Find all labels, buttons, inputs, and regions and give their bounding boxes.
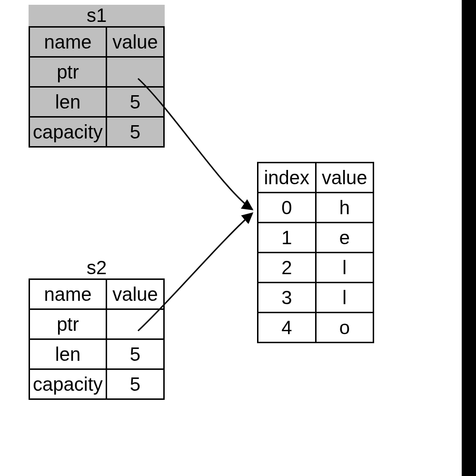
table-row: 4 o — [258, 313, 374, 343]
table-row: ptr — [30, 309, 164, 339]
cell-index: 1 — [258, 223, 316, 253]
table-row: name value — [30, 27, 164, 57]
cell-name: ptr — [30, 309, 107, 339]
cell-value: 5 — [106, 87, 164, 117]
cell-value: l — [316, 253, 374, 283]
cell-value — [106, 309, 164, 339]
cell-value: 5 — [106, 339, 164, 369]
struct-s1-table: name value ptr len 5 capacity 5 — [29, 26, 165, 148]
cell-name: ptr — [30, 57, 107, 87]
table-row: name value — [30, 279, 164, 309]
cell-value: l — [316, 283, 374, 313]
header-index: index — [258, 163, 316, 193]
header-name: name — [30, 27, 107, 57]
table-row: 0 h — [258, 193, 374, 223]
cell-value: 5 — [106, 369, 164, 399]
table-row: 2 l — [258, 253, 374, 283]
table-row: ptr — [30, 57, 164, 87]
header-value: value — [316, 163, 374, 193]
table-row: 1 e — [258, 223, 374, 253]
table-row: len 5 — [30, 87, 164, 117]
header-value: value — [106, 279, 164, 309]
table-row: 3 l — [258, 283, 374, 313]
struct-s2-table: name value ptr len 5 capacity 5 — [29, 278, 165, 400]
struct-s1: s1 name value ptr len 5 capacity 5 — [29, 5, 165, 148]
cell-name: len — [30, 339, 107, 369]
cell-index: 3 — [258, 283, 316, 313]
header-name: name — [30, 279, 107, 309]
cell-value: o — [316, 313, 374, 343]
cell-name: capacity — [30, 117, 107, 147]
cell-index: 0 — [258, 193, 316, 223]
struct-s2-title: s2 — [29, 257, 165, 278]
heap-data: index value 0 h 1 e 2 l 3 l 4 o — [257, 162, 374, 343]
struct-s1-title: s1 — [29, 5, 165, 26]
cell-index: 2 — [258, 253, 316, 283]
right-black-bar — [462, 0, 476, 476]
cell-name: len — [30, 87, 107, 117]
table-row: len 5 — [30, 339, 164, 369]
cell-name: capacity — [30, 369, 107, 399]
table-row: index value — [258, 163, 374, 193]
cell-value: 5 — [106, 117, 164, 147]
cell-value — [106, 57, 164, 87]
struct-s2: s2 name value ptr len 5 capacity 5 — [29, 257, 165, 400]
cell-index: 4 — [258, 313, 316, 343]
heap-table: index value 0 h 1 e 2 l 3 l 4 o — [257, 162, 374, 343]
table-row: capacity 5 — [30, 369, 164, 399]
cell-value: h — [316, 193, 374, 223]
cell-value: e — [316, 223, 374, 253]
table-row: capacity 5 — [30, 117, 164, 147]
header-value: value — [106, 27, 164, 57]
diagram-canvas: s1 name value ptr len 5 capacity 5 s2 — [0, 0, 476, 476]
